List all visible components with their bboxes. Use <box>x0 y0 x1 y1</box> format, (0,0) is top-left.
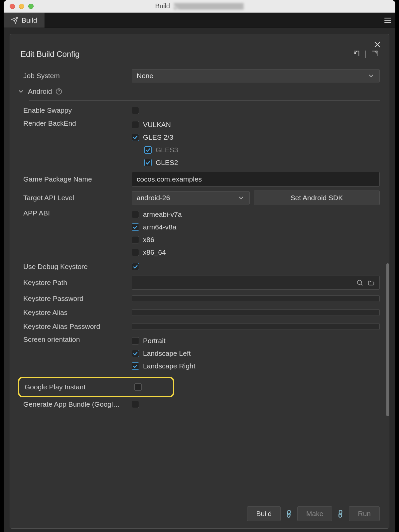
x86-label: x86 <box>143 236 154 244</box>
enable-swappy-label: Enable Swappy <box>11 106 132 114</box>
row-google-play-instant: Google Play Instant <box>19 380 170 394</box>
package-name-input[interactable]: cocos.com.examples <box>132 172 380 187</box>
portrait-checkbox[interactable] <box>132 337 139 344</box>
minimize-window-button[interactable] <box>19 4 24 9</box>
google-play-instant-checkbox[interactable] <box>134 383 142 391</box>
keystore-path-label: Keystore Path <box>11 279 132 287</box>
landscape-right-checkbox[interactable] <box>132 362 139 370</box>
export-icon <box>371 50 378 57</box>
enable-swappy-checkbox[interactable] <box>132 107 139 114</box>
x86-option[interactable]: x86 <box>132 236 182 244</box>
generate-bundle-label: Generate App Bundle (Googl… <box>11 400 132 408</box>
row-keystore-password: Keystore Password <box>11 292 380 306</box>
row-job-system: Job System None <box>11 67 380 84</box>
generate-bundle-checkbox[interactable] <box>132 401 139 408</box>
vulkan-label: VULKAN <box>143 121 171 129</box>
run-button[interactable]: Run <box>349 506 380 521</box>
armeabi-checkbox[interactable] <box>132 211 139 218</box>
check-icon <box>132 134 139 141</box>
target-api-dropdown[interactable]: android-26 <box>132 191 250 204</box>
vulkan-option[interactable]: VULKAN <box>132 121 178 129</box>
check-icon <box>132 363 139 369</box>
landscape-right-option[interactable]: Landscape Right <box>132 362 196 370</box>
gles23-label: GLES 2/3 <box>143 133 173 141</box>
arm64-checkbox[interactable] <box>132 223 139 231</box>
row-target-api: Target API Level android-26 Set Android … <box>11 189 380 207</box>
panel-title: Edit Build Config <box>21 50 79 59</box>
close-window-button[interactable] <box>10 4 15 9</box>
x86-64-option[interactable]: x86_64 <box>132 248 182 256</box>
arm64-label: arm64-v8a <box>143 223 176 231</box>
chevron-down-icon <box>17 88 25 95</box>
build-window: Build Build Edit Build Config <box>4 0 395 532</box>
check-icon <box>132 350 139 357</box>
app-abi-label: APP ABI <box>11 209 132 217</box>
window-title: Build <box>155 2 244 10</box>
help-icon[interactable] <box>55 88 63 95</box>
link-icon[interactable]: 🔗 <box>284 509 294 519</box>
svg-point-7 <box>357 280 362 285</box>
title-project-name <box>174 3 244 10</box>
armeabi-option[interactable]: armeabi-v7a <box>132 210 182 218</box>
hamburger-menu-button[interactable] <box>380 13 395 28</box>
portrait-label: Portrait <box>143 337 166 345</box>
maximize-window-button[interactable] <box>28 4 34 9</box>
vulkan-checkbox[interactable] <box>132 121 139 128</box>
gles3-option[interactable]: GLES3 <box>132 146 178 154</box>
row-orientation: Screen orientation Portrait Landscape Le… <box>11 333 380 373</box>
build-button[interactable]: Build <box>247 506 281 521</box>
android-section-header[interactable]: Android <box>11 84 380 98</box>
job-system-dropdown[interactable]: None <box>132 69 380 82</box>
debug-keystore-checkbox[interactable] <box>132 263 139 270</box>
export-button[interactable] <box>371 50 378 59</box>
keystore-password-input[interactable] <box>132 295 380 302</box>
check-icon <box>132 224 139 230</box>
send-icon <box>11 17 18 24</box>
folder-open-icon[interactable] <box>367 279 375 286</box>
tab-label: Build <box>22 16 37 24</box>
landscape-left-option[interactable]: Landscape Left <box>132 349 196 357</box>
keystore-alias-label: Keystore Alias <box>11 309 132 317</box>
tab-build[interactable]: Build <box>4 13 45 28</box>
gles2-option[interactable]: GLES2 <box>132 159 178 167</box>
traffic-lights <box>4 4 34 9</box>
import-button[interactable] <box>353 50 360 59</box>
gles23-option[interactable]: GLES 2/3 <box>132 133 178 141</box>
close-icon <box>373 40 382 49</box>
row-keystore-alias: Keystore Alias <box>11 306 380 320</box>
chevron-down-icon <box>237 194 245 201</box>
check-icon <box>132 263 139 270</box>
keystore-alias-password-label: Keystore Alias Password <box>11 323 132 331</box>
keystore-password-label: Keystore Password <box>11 295 132 303</box>
portrait-option[interactable]: Portrait <box>132 337 196 345</box>
target-api-label: Target API Level <box>11 194 132 202</box>
arm64-option[interactable]: arm64-v8a <box>132 223 182 231</box>
keystore-alias-input[interactable] <box>132 309 380 316</box>
landscape-left-checkbox[interactable] <box>132 350 139 357</box>
set-android-sdk-button[interactable]: Set Android SDK <box>254 191 380 205</box>
search-icon[interactable] <box>356 279 363 286</box>
keystore-path-input[interactable] <box>132 276 380 290</box>
tab-bar: Build <box>4 13 395 28</box>
android-divider <box>29 100 380 101</box>
x86-64-checkbox[interactable] <box>132 249 139 256</box>
panel-actions <box>353 50 378 59</box>
x86-checkbox[interactable] <box>132 236 139 243</box>
panel-body: Job System None Android En <box>10 67 389 411</box>
build-config-panel: Edit Build Config Job System None <box>10 34 389 529</box>
link-icon[interactable]: 🔗 <box>335 509 346 519</box>
job-system-value: None <box>137 72 153 80</box>
gles23-checkbox[interactable] <box>132 134 139 141</box>
gles3-checkbox[interactable] <box>144 146 152 154</box>
row-debug-keystore: Use Debug Keystore <box>11 260 380 274</box>
panel-close-button[interactable] <box>373 40 382 51</box>
import-icon <box>353 50 360 57</box>
scrollbar-thumb[interactable] <box>386 263 389 416</box>
keystore-alias-password-input[interactable] <box>132 323 380 330</box>
make-button[interactable]: Make <box>297 506 332 521</box>
hamburger-icon <box>383 16 392 25</box>
gles2-checkbox[interactable] <box>144 159 152 166</box>
target-api-value: android-26 <box>137 194 170 202</box>
check-icon <box>145 147 151 153</box>
gles3-label: GLES3 <box>156 146 178 154</box>
